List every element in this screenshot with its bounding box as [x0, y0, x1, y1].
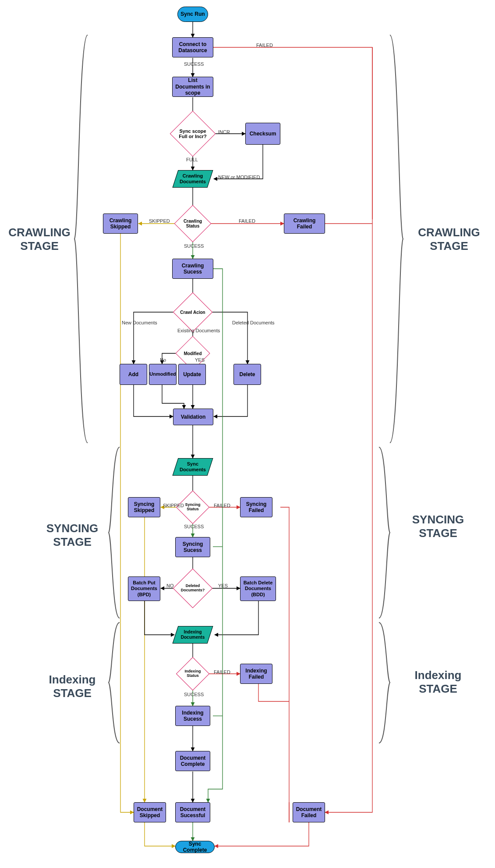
node-document-successful: Document Sucessful	[175, 802, 210, 822]
node-indexing-failed: Indexing Failed	[240, 664, 272, 684]
node-bpd: Batch Put Documents (BPD)	[128, 576, 160, 601]
node-sync-complete: Sync Complete	[175, 841, 215, 853]
edge-label-failed-2: FAILED	[239, 218, 255, 224]
edge-label-full: FULL	[186, 157, 198, 162]
stage-label-crawling-left: CRAWLING STAGE	[4, 226, 74, 253]
node-crawl-action: Crawl Acion	[179, 298, 207, 326]
edge-label-success-4: SUCESS	[184, 692, 204, 697]
edge-label-failed-3: FAILED	[214, 503, 230, 508]
node-syncing-success: Syncing Sucess	[175, 537, 210, 557]
edge-label-yes-upper: YES	[218, 583, 228, 588]
stage-label-syncing-right: SYNCING STAGE	[394, 513, 482, 540]
node-document-skipped: Document Skipped	[134, 802, 166, 822]
node-syncing-skipped: Syncing Skipped	[128, 497, 160, 517]
edge-label-deleted-docs: Deleted Documents	[232, 320, 267, 325]
edge-label-incr: INCR	[218, 129, 230, 135]
node-sync-scope: Sync scope Full or Incr?	[177, 117, 209, 150]
edge-label-failed: FAILED	[256, 43, 273, 48]
stage-label-crawling-right: CRAWLING STAGE	[405, 226, 493, 253]
node-sync-run: Sync Run	[177, 7, 208, 22]
flowchart-canvas: CRAWLING STAGE CRAWLING STAGE SYNCING ST…	[0, 0, 495, 868]
stage-label-syncing-left: SYNCING STAGE	[37, 522, 107, 549]
node-delete: Delete	[233, 364, 261, 385]
node-sync-documents: Sync Documents	[173, 458, 213, 476]
edge-label-yes: YES	[195, 357, 205, 363]
edge-label-new-modified: NEW or MODIFIED	[218, 174, 260, 180]
edge-label-new-docs: New Documents	[122, 320, 157, 325]
brace-crawling-left	[74, 35, 92, 443]
node-indexing-status: Indexing Status	[181, 662, 205, 686]
edge-label-success-2: SUCESS	[184, 243, 204, 249]
node-checksum: Checksum	[245, 123, 280, 145]
node-add: Add	[120, 364, 147, 385]
edge-label-existing-docs: Existing Documents	[177, 328, 212, 333]
node-document-complete: Document Complete	[175, 751, 210, 771]
edge-label-success: SUCESS	[184, 61, 204, 67]
node-crawling-failed: Crawling Failed	[284, 213, 325, 234]
node-crawling-skipped: Crawling Skipped	[103, 213, 138, 234]
node-indexing-success: Indexing Sucess	[175, 706, 210, 726]
edge-label-no: No	[160, 357, 166, 363]
node-crawling-documents: Crawling Documents	[173, 170, 213, 188]
node-bdd: Batch Delete Documents (BDD)	[240, 576, 276, 601]
brace-indexing-left	[109, 623, 122, 743]
brace-syncing-left	[109, 447, 122, 618]
node-unmodified: Unmodified	[149, 364, 177, 385]
edge-label-failed-4: FAILED	[214, 669, 230, 675]
edge-label-skipped-2: SKIPPED	[163, 503, 184, 508]
edge-label-no-upper: NO	[166, 583, 174, 588]
node-syncing-status: Syncing Status	[181, 495, 205, 519]
node-crawling-success: Crawling Sucess	[172, 259, 213, 279]
node-document-failed: Document Failed	[293, 802, 325, 822]
brace-syncing-right	[377, 447, 390, 618]
node-crawling-status: Crawling Status	[180, 210, 206, 237]
stage-label-indexing-left: Indexing STAGE	[37, 673, 107, 700]
node-update: Update	[178, 364, 206, 385]
stage-label-indexing-right: Indexing STAGE	[394, 669, 482, 696]
brace-indexing-right	[377, 623, 390, 743]
edge-label-success-3: SUCESS	[184, 524, 204, 529]
node-syncing-failed: Syncing Failed	[240, 497, 272, 517]
node-connect-datasource: Connect to Datasource	[172, 37, 213, 57]
node-validation: Validation	[173, 409, 213, 425]
node-deleted-documents: Deleted Documents?	[179, 574, 207, 602]
node-indexing-documents: Indexing Documents	[173, 626, 213, 644]
brace-crawling-right	[385, 35, 403, 443]
node-list-documents: List Documents in scope	[172, 77, 213, 97]
edge-label-skipped-1: SKIPPED	[149, 218, 170, 224]
